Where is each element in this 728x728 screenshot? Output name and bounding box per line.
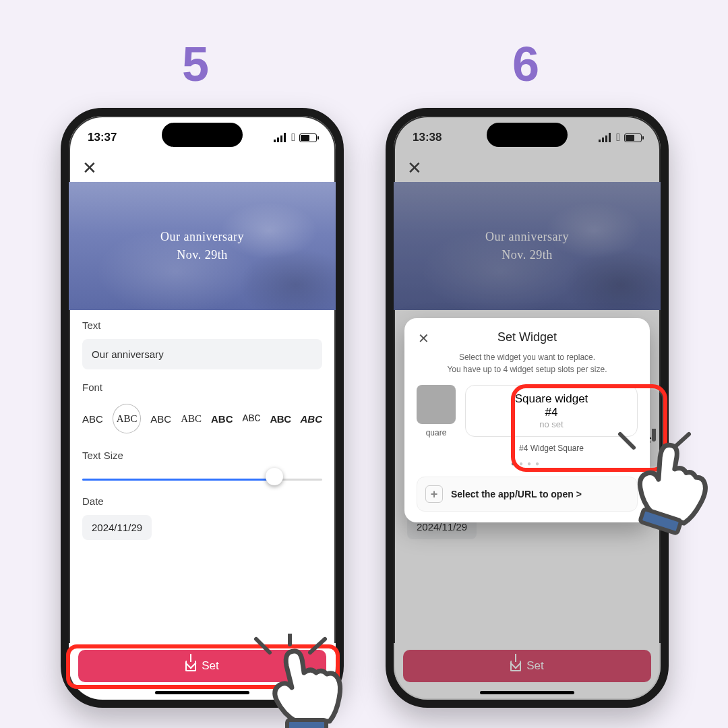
font-option[interactable]: ABC (301, 413, 323, 425)
status-icons: 􀙇 (274, 132, 317, 143)
widget-thumbnail[interactable] (417, 385, 456, 424)
dynamic-island (162, 123, 243, 147)
font-option[interactable]: ABC (242, 413, 260, 425)
home-indicator (480, 691, 574, 694)
battery-icon (299, 133, 317, 142)
tap-hand-icon (613, 429, 728, 543)
sheet-close-icon[interactable]: ✕ (418, 330, 429, 346)
label-text: Text (82, 320, 322, 331)
dynamic-island (487, 123, 568, 147)
home-indicator (155, 691, 249, 694)
cellular-icon (599, 133, 612, 142)
plus-icon: + (425, 485, 443, 503)
svg-rect-3 (287, 720, 326, 728)
widget-preview: Our anniversary Nov. 29th (69, 182, 336, 310)
text-size-slider[interactable] (82, 469, 322, 483)
font-option[interactable]: ABC (150, 413, 171, 425)
cellular-icon (274, 133, 287, 142)
sheet-title: Set Widget (497, 330, 557, 344)
svg-line-4 (620, 434, 634, 448)
font-option[interactable]: ABC (211, 413, 233, 425)
thumb-caption: quare (417, 428, 456, 437)
tap-hand-icon (249, 634, 364, 728)
wifi-icon: 􀙇 (616, 132, 620, 143)
label-font: Font (82, 382, 322, 393)
label-date: Date (82, 495, 322, 507)
close-icon[interactable]: ✕ (82, 158, 97, 178)
font-option[interactable]: ABC (82, 413, 103, 425)
text-field[interactable] (82, 339, 322, 369)
step-number-5: 5 (182, 36, 209, 92)
sheet-subtitle-1: Select the widget you want to replace. (417, 351, 638, 363)
status-icons: 􀙇 (599, 132, 642, 143)
font-picker[interactable]: ABC ABC ABC ABC ABC ABC ABC ABC (82, 401, 322, 437)
font-option-selected[interactable]: ABC (113, 404, 141, 433)
status-time: 13:37 (88, 131, 117, 144)
battery-icon (624, 133, 642, 142)
phone-frame-step5: 13:37 􀙇 ✕ Our anniversary Nov. 29th Text… (61, 108, 344, 708)
label-text-size: Text Size (82, 450, 322, 461)
preview-title: Our anniversary (160, 228, 244, 246)
select-app-row[interactable]: + Select the app/URL to open > (417, 477, 638, 512)
preview-date: Nov. 29th (160, 246, 244, 264)
status-time: 13:38 (413, 131, 442, 144)
wifi-icon: 􀙇 (291, 132, 295, 143)
step-number-6: 6 (512, 36, 539, 92)
font-option[interactable]: ABC (181, 413, 202, 425)
slider-thumb[interactable] (266, 468, 283, 485)
svg-line-0 (256, 639, 270, 653)
svg-line-2 (310, 639, 325, 653)
select-app-label: Select the app/URL to open > (451, 489, 582, 499)
font-option[interactable]: ABC (270, 413, 291, 425)
date-field[interactable]: 2024/11/29 (82, 515, 152, 540)
sheet-subtitle-2: You have up to 4 widget setup slots per … (417, 363, 638, 375)
